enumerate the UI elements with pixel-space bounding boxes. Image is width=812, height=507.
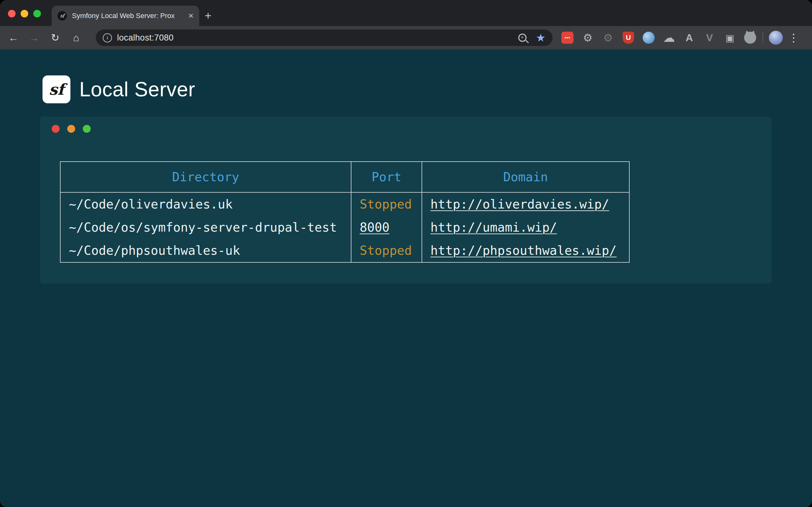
column-header-directory: Directory bbox=[60, 162, 351, 192]
table-row: ~/Code/oliverdavies.uk Stopped http://ol… bbox=[60, 192, 629, 216]
table-row: ~/Code/os/symfony-server-drupal-test 800… bbox=[60, 216, 629, 239]
red-dots-badge: ••• bbox=[561, 32, 573, 44]
page-title: Local Server bbox=[79, 78, 195, 101]
toolbar-separator bbox=[763, 32, 763, 43]
servers-table: Directory Port Domain ~/Code/oliverdavie… bbox=[60, 161, 629, 263]
tab-close-icon[interactable]: × bbox=[189, 11, 194, 20]
tab-title: Symfony Local Web Server: Prox bbox=[72, 12, 183, 20]
directory-cell: ~/Code/oliverdavies.uk bbox=[60, 192, 351, 216]
new-tab-button[interactable]: + bbox=[199, 6, 217, 26]
domain-link[interactable]: http://umami.wip/ bbox=[430, 220, 557, 234]
browser-toolbar: ← → ↻ ⌂ i localhost:7080 ★ ••• ⚙ ⚙ U ☁ A… bbox=[0, 26, 812, 49]
domain-link[interactable]: http://oliverdavies.wip/ bbox=[430, 197, 609, 211]
octocat-badge bbox=[744, 32, 756, 44]
blue-circle-extension-icon[interactable] bbox=[642, 31, 655, 44]
card-green-dot bbox=[83, 125, 91, 133]
blue-circle-badge bbox=[643, 32, 655, 44]
status-stopped: Stopped bbox=[360, 243, 412, 258]
symfony-logo: sf bbox=[43, 75, 70, 103]
tab-strip: sf Symfony Local Web Server: Prox × + bbox=[0, 0, 812, 26]
domain-cell: http://phpsouthwales.wip/ bbox=[422, 239, 629, 262]
domain-cell: http://oliverdavies.wip/ bbox=[422, 192, 629, 216]
zoom-icon[interactable] bbox=[518, 34, 526, 42]
site-info-icon[interactable]: i bbox=[103, 33, 112, 43]
domain-link[interactable]: http://phpsouthwales.wip/ bbox=[430, 243, 617, 258]
dark-gear-extension-icon[interactable]: ⚙ bbox=[601, 31, 615, 44]
directory-cell: ~/Code/phpsouthwales-uk bbox=[60, 239, 351, 262]
card-orange-dot bbox=[67, 125, 75, 133]
cloud-extension-icon[interactable]: ☁ bbox=[662, 31, 676, 44]
directory-cell: ~/Code/os/symfony-server-drupal-test bbox=[60, 216, 351, 239]
server-card: Directory Port Domain ~/Code/oliverdavie… bbox=[40, 117, 772, 284]
port-cell: Stopped bbox=[351, 192, 422, 216]
back-button[interactable]: ← bbox=[5, 30, 21, 46]
port-link[interactable]: 8000 bbox=[360, 220, 390, 234]
column-header-domain: Domain bbox=[422, 162, 629, 192]
port-cell: Stopped bbox=[351, 239, 422, 262]
ublock-shield: U bbox=[623, 32, 634, 44]
browser-window: sf Symfony Local Web Server: Prox × + ← … bbox=[0, 0, 812, 507]
table-row: ~/Code/phpsouthwales-uk Stopped http://p… bbox=[60, 239, 629, 262]
symfony-favicon-icon: sf bbox=[57, 11, 67, 20]
close-window-button[interactable] bbox=[8, 10, 15, 17]
card-traffic-lights bbox=[52, 125, 91, 133]
monitor-extension-icon[interactable]: ▣ bbox=[723, 31, 737, 44]
card-red-dot bbox=[52, 125, 60, 133]
reload-button[interactable]: ↻ bbox=[47, 30, 63, 46]
port-cell: 8000 bbox=[351, 216, 422, 239]
forward-button[interactable]: → bbox=[26, 30, 43, 46]
extensions-area: ••• ⚙ ⚙ U ☁ A V ▣ bbox=[561, 31, 757, 44]
red-dots-extension-icon[interactable]: ••• bbox=[561, 31, 574, 44]
column-header-port: Port bbox=[351, 162, 422, 192]
home-button[interactable]: ⌂ bbox=[68, 30, 84, 46]
letter-a-extension-icon[interactable]: A bbox=[682, 31, 696, 44]
bookmark-star-icon[interactable]: ★ bbox=[536, 32, 546, 43]
page-content: sf Local Server Directory Port Domain bbox=[0, 49, 812, 507]
vimium-extension-icon[interactable]: V bbox=[703, 31, 716, 44]
ublock-extension-icon[interactable]: U bbox=[622, 31, 635, 44]
page-header: sf Local Server bbox=[43, 75, 812, 103]
table-header-row: Directory Port Domain bbox=[60, 162, 629, 192]
gear-extension-icon[interactable]: ⚙ bbox=[581, 31, 595, 44]
profile-avatar[interactable] bbox=[769, 31, 783, 45]
browser-menu-icon[interactable]: ⋮ bbox=[787, 32, 800, 44]
browser-tab[interactable]: sf Symfony Local Web Server: Prox × bbox=[52, 6, 199, 26]
minimize-window-button[interactable] bbox=[20, 10, 28, 17]
status-stopped: Stopped bbox=[360, 197, 412, 211]
address-bar[interactable]: i localhost:7080 ★ bbox=[96, 30, 553, 46]
window-traffic-lights bbox=[8, 10, 41, 17]
domain-cell: http://umami.wip/ bbox=[422, 216, 629, 239]
url-text[interactable]: localhost:7080 bbox=[117, 33, 173, 43]
maximize-window-button[interactable] bbox=[33, 10, 41, 17]
github-extension-icon[interactable] bbox=[744, 31, 757, 44]
